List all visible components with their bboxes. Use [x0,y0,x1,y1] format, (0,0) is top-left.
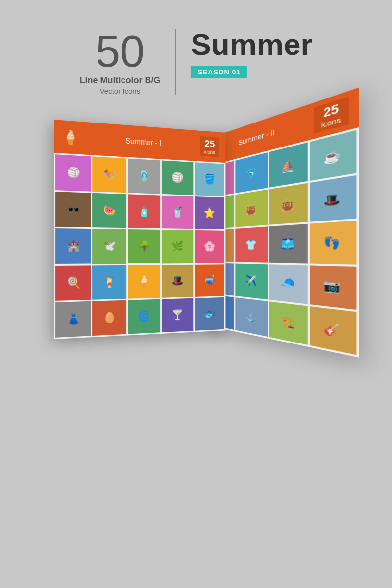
book-front-count: 25 icons [200,136,219,157]
book-side: Summer - II 25 icons 🐙🐬⛵☕🧺👜👜🎩🍦👕🩳👣📚✈️🧢📷⛵⚓… [206,88,359,358]
front-icon-cell: 👗 [55,301,91,338]
side-icon-cell: ⚓ [236,297,268,337]
front-icon-cell: 🌳 [128,229,161,263]
front-icon-cell: 🐟 [195,297,224,331]
front-icon-cell: 🌸 [195,230,224,263]
front-icon-cell: 🍦 [128,265,161,299]
front-icon-cell: ⭐ [195,196,224,229]
front-icon-cell: 🧴 [128,194,161,228]
front-icon-cell: 🪁 [92,157,126,193]
side-icon-cell: 🎩 [310,175,357,222]
side-icon-grid: 🐙🐬⛵☕🧺👜👜🎩🍦👕🩳👣📚✈️🧢📷⛵⚓🏗️🎸 [206,127,359,358]
front-icon-cell: 🥚 [92,300,126,336]
season-badge: SEASON 01 [191,66,247,78]
front-icon-cell: 🩴 [128,159,161,194]
icon-type: Line Multicolor B/G [79,75,160,86]
ice-cream-icon: 🍦 [62,129,79,146]
front-icon-cell: 🏐 [55,154,91,191]
side-icon-cell: 👜 [236,190,268,227]
front-icon-cell: 🪣 [195,162,224,196]
book-front: 🍦 Summer - I 25 icons 🏐🪁🩴🏐🪣🕶️🍉🧴🥤⭐🏰🕊️🌳🌿🌸🍭… [54,120,225,339]
side-icon-cell: 🐬 [236,152,268,193]
side-icon-cell: ✈️ [236,263,268,299]
side-icon-cell: 👜 [269,183,307,225]
icon-subtype: Vector Icons [100,87,141,95]
front-icon-cell: 🌀 [128,299,161,334]
book-front-title: Summer - I [83,134,200,150]
book-side-count: 25 icons [314,97,349,134]
side-icon-cell: ☕ [310,130,357,181]
icon-count: 50 [96,29,145,74]
front-icon-cell: 🤿 [195,264,224,297]
side-icon-cell: 👣 [310,221,357,264]
front-icon-grid: 🏐🪁🩴🏐🪣🕶️🍉🧴🥤⭐🏰🕊️🌳🌿🌸🍭🍹🍦🎩🤿👗🥚🌀🍸🐟 [54,153,225,339]
front-icon-cell: 🌿 [162,230,193,263]
side-icon-cell: ⛵ [269,142,307,187]
side-icon-cell: 👕 [236,227,268,262]
front-icon-cell: 🍭 [55,265,91,301]
book-front-count-label: icons [204,149,215,155]
side-icon-cell: 🏗️ [269,301,307,345]
front-icon-cell: 🍹 [92,265,126,299]
header-right: Summer SEASON 01 [176,29,312,78]
front-icon-cell: 🎩 [162,264,193,297]
book-front-count-num: 25 [204,138,215,150]
side-icon-cell: 📷 [310,265,357,310]
header: 50 Line Multicolor B/G Vector Icons Summ… [0,0,392,110]
product-title: Summer [191,29,312,60]
side-icon-cell: 🩳 [269,224,307,263]
front-icon-cell: 🍸 [162,298,193,333]
front-icon-cell: 🥤 [162,195,193,229]
side-icon-cell: 🎸 [310,306,357,355]
header-left: 50 Line Multicolor B/G Vector Icons [79,29,176,95]
front-icon-cell: 🏐 [162,161,193,195]
front-icon-cell: 🕶️ [55,192,91,227]
front-icon-cell: 🕊️ [92,229,126,264]
front-icon-cell: 🍉 [92,193,126,228]
front-icon-cell: 🏰 [55,228,91,264]
book-container: 🍦 Summer - I 25 icons 🏐🪁🩴🏐🪣🕶️🍉🧴🥤⭐🏰🕊️🌳🌿🌸🍭… [39,120,353,453]
side-icon-cell: 🧢 [269,264,307,304]
